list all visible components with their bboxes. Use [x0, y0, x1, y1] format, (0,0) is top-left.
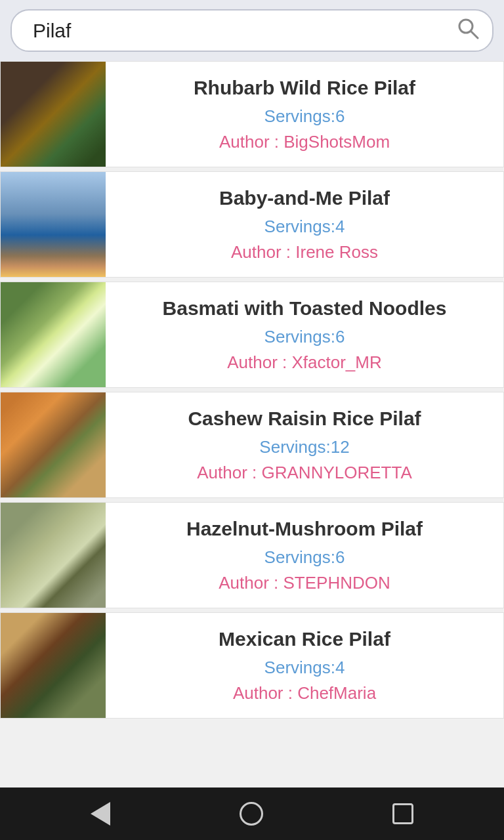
recipe-card[interactable]: Basmati with Toasted NoodlesServings:6Au…: [0, 282, 504, 388]
recipe-title: Cashew Raisin Rice Pilaf: [119, 407, 490, 430]
home-icon: [240, 802, 263, 826]
search-bar: [0, 0, 504, 61]
food-image-placeholder: [1, 62, 106, 167]
recipe-author: Author : GRANNYLORETTA: [119, 463, 490, 483]
recipe-author: Author : STEPHNDON: [119, 573, 490, 593]
search-input[interactable]: [33, 20, 449, 42]
recipe-servings: Servings:4: [119, 217, 490, 237]
recipe-servings: Servings:6: [119, 327, 490, 347]
recipe-image: [1, 613, 106, 718]
recipe-info: Hazelnut-Mushroom PilafServings:6Author …: [106, 507, 503, 604]
recipe-title: Rhubarb Wild Rice Pilaf: [119, 76, 490, 100]
recipe-card[interactable]: Cashew Raisin Rice PilafServings:12Autho…: [0, 392, 504, 498]
recipe-image: [1, 62, 106, 167]
nav-home-button[interactable]: [240, 802, 263, 826]
recipe-image: [1, 282, 106, 387]
food-image-placeholder: [1, 172, 106, 277]
recipe-info: Cashew Raisin Rice PilafServings:12Autho…: [106, 396, 503, 494]
food-image-placeholder: [1, 613, 106, 718]
food-image-placeholder: [1, 503, 106, 608]
recipe-info: Baby-and-Me PilafServings:4Author : Iren…: [106, 176, 503, 273]
nav-back-button[interactable]: [91, 802, 110, 826]
recent-icon: [392, 803, 413, 824]
recipe-card[interactable]: Rhubarb Wild Rice PilafServings:6Author …: [0, 61, 504, 167]
food-image-placeholder: [1, 392, 106, 497]
search-icon-button[interactable]: [457, 17, 479, 44]
recipe-card[interactable]: Hazelnut-Mushroom PilafServings:6Author …: [0, 502, 504, 608]
recipe-title: Hazelnut-Mushroom Pilaf: [119, 517, 490, 541]
bottom-nav: [0, 788, 504, 840]
recipe-servings: Servings:6: [119, 106, 490, 127]
recipe-author: Author : Xfactor_MR: [119, 352, 490, 373]
recipe-title: Baby-and-Me Pilaf: [119, 186, 490, 210]
recipe-list: Rhubarb Wild Rice PilafServings:6Author …: [0, 61, 504, 788]
recipe-image: [1, 172, 106, 277]
recipe-info: Basmati with Toasted NoodlesServings:6Au…: [106, 286, 503, 383]
recipe-info: Rhubarb Wild Rice PilafServings:6Author …: [106, 66, 503, 163]
recipe-servings: Servings:12: [119, 437, 490, 457]
back-icon: [91, 802, 110, 826]
recipe-card[interactable]: Baby-and-Me PilafServings:4Author : Iren…: [0, 171, 504, 278]
search-icon: [457, 17, 479, 39]
food-image-placeholder: [1, 282, 106, 387]
search-container: [10, 9, 494, 52]
recipe-author: Author : BigShotsMom: [119, 132, 490, 152]
recipe-image: [1, 503, 106, 608]
svg-line-1: [471, 32, 478, 38]
recipe-card[interactable]: Mexican Rice PilafServings:4Author : Che…: [0, 612, 504, 719]
recipe-title: Mexican Rice Pilaf: [119, 627, 490, 651]
recipe-servings: Servings:4: [119, 658, 490, 678]
recipe-info: Mexican Rice PilafServings:4Author : Che…: [106, 617, 503, 714]
recipe-author: Author : ChefMaria: [119, 683, 490, 704]
recipe-author: Author : Irene Ross: [119, 242, 490, 262]
recipe-image: [1, 392, 106, 497]
recipe-title: Basmati with Toasted Noodles: [119, 297, 490, 320]
nav-recent-button[interactable]: [392, 803, 413, 824]
recipe-servings: Servings:6: [119, 547, 490, 568]
